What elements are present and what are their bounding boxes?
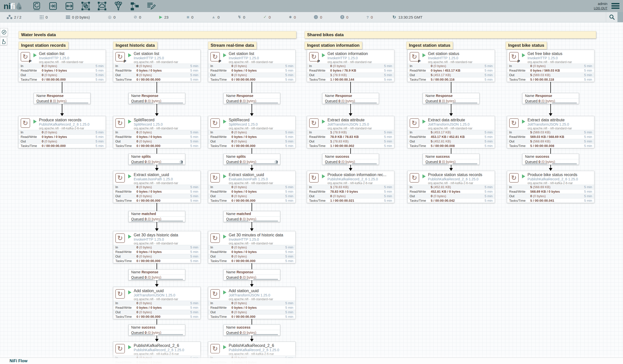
processor-node[interactable]: Extract data attribute JoltTransformJSON… [507,116,594,148]
processor-node[interactable]: Produce station information rec... Publi… [307,171,394,203]
processor-type: SplitRecord 1.25.0 [134,122,200,127]
processor-node[interactable]: Extract station_uuid EvaluateJsonPath 1.… [113,171,201,203]
connection-queued-row: Queued 0 (0 bytes) [224,275,280,280]
logout-link[interactable]: LOG OUT [594,6,607,10]
processor-titles: Produce station information rec... Publi… [327,171,394,185]
processor-icon [115,118,125,128]
remote-process-group-tool-icon[interactable] [97,1,107,11]
stat-label: Read/Write [115,190,136,193]
stat-label: Read/Write [509,190,530,193]
stat-window: 5 min [190,73,198,77]
processor-node[interactable]: Add station_uuid JoltTransformJSON 1.25.… [113,287,201,319]
flow-label[interactable]: Ingest historic data [113,42,157,49]
stat-label: Tasks/Time [309,144,330,148]
stat-label: In [115,130,136,134]
flow-canvas[interactable]: Water levels dataShared bikes dataIngest… [0,22,623,364]
status-value: 0 [218,15,220,19]
processor-node[interactable]: SplitRecord SplitRecord 1.25.0 org.apach… [113,116,201,148]
processor-node[interactable]: P Get station status InvokeHTTP 1.25.0 o… [407,50,495,82]
flow-label[interactable]: Ingest station information [305,42,362,49]
connection-label[interactable]: Name Response Queued 0 (0 bytes) [128,269,185,280]
connection-label[interactable]: Name success Queued 0 (0 bytes) [223,325,280,336]
flow-label[interactable]: Ingest station records [19,42,68,49]
connection-label[interactable]: Name matched Queued 0 (0 bytes) [128,211,185,222]
stat-value: 0 / 00:00:00.000 [231,315,285,319]
connection-label[interactable]: Name Response Queued 0 (0 bytes) [322,93,379,104]
stat-label: Read/Write [115,306,136,309]
connection-label[interactable]: Name success Queued 0 (0 bytes) [322,154,379,165]
flow-label[interactable]: Water levels data [19,31,296,38]
processor-node[interactable]: Extract station_uuid EvaluateJsonPath 1.… [208,171,296,203]
process-group-tool-icon[interactable] [81,1,91,11]
stat-row: Read/Write78.83 KB / 0 bytes5 min [307,189,394,194]
connection-label[interactable]: Name Response Queued 0 (0 bytes) [34,93,90,104]
queue-percent-bar [226,163,248,164]
processor-node[interactable]: P Get station list InvokeHTTP 1.25.0 org… [208,50,296,82]
processor-node[interactable]: Get 30 days historic data InvokeHTTP 1.2… [113,231,201,263]
processor-node[interactable]: Produce bike status records PublishKafka… [507,171,594,203]
stat-value: 5 (569.03 KB) [530,73,584,77]
template-tool-icon[interactable] [130,1,140,11]
connection-label[interactable]: Name Response Queued 0 (0 bytes) [128,93,185,104]
connection-label[interactable]: Name Response Queued 0 (0 bytes) [223,93,280,104]
connection-queued-row: Queued 0 (0 bytes) [129,159,185,165]
processor-name: PublishKafkaRecord_2_6 [134,343,200,348]
processor-node[interactable]: P Get station information InvokeHTTP 1.2… [307,50,394,82]
stat-value: 0 bytes / 0 bytes [136,190,190,193]
running-status-icon [128,235,131,239]
global-menu-icon[interactable] [611,2,619,10]
queue-percent-bar [525,102,547,103]
connection-label[interactable]: Name Response Queued 0 (0 bytes) [423,93,480,104]
connection-label[interactable]: Name splits Queued 0 (0 bytes) [223,154,280,165]
label-tool-icon[interactable] [146,1,156,11]
queue-size-bar [158,279,183,280]
flow-label[interactable]: Shared bikes data [305,31,596,38]
processor-tool-icon[interactable] [32,1,42,11]
connection-label[interactable]: Name success Queued 0 (0 bytes) [423,154,480,165]
nifi-logo: nifi [4,1,22,11]
processor-stats: In1 (78.83 KB)5 minRead/Write78.83 KB / … [307,185,394,203]
breadcrumb-root[interactable]: NiFi Flow [10,359,27,363]
processor-icon [210,289,220,299]
stat-row: Out0 (0 bytes)5 min [19,73,106,77]
search-button[interactable] [606,12,617,22]
output-port-tool-icon[interactable] [64,1,74,11]
navigate-palette-button[interactable] [0,28,8,36]
processor-node[interactable]: Add station_uuid JoltTransformJSON 1.25.… [208,287,296,319]
stat-label: Tasks/Time [210,315,231,319]
connection-arrowhead [449,168,453,171]
connection-label[interactable]: Name success Queued 0 (0 bytes) [522,154,579,165]
processor-node[interactable]: SplitRecord SplitRecord 1.25.0 org.apach… [208,116,296,148]
processor-node[interactable]: P Get free bike status InvokeHTTP 1.25.0… [507,50,594,82]
stat-row: Tasks/Time5 / 00:00:00.1185 min [507,77,594,82]
funnel-tool-icon[interactable] [113,1,123,11]
processor-icon: P [509,52,519,62]
connection-label[interactable]: Name Response Queued 0 (0 bytes) [223,269,280,280]
processor-node[interactable]: Extract data attribute JoltTransformJSON… [307,116,394,148]
refresh-icon[interactable] [393,15,396,19]
queue-percent-bar [36,102,59,103]
stat-value: 5 / 00:00:00.008 [431,144,485,148]
connection-label[interactable]: Name splits Queued 0 (0 bytes) [128,154,185,165]
stat-label: In [509,185,530,189]
processor-node[interactable]: Produce station records PublishKafkaReco… [18,116,106,148]
processor-name: Produce bike status records [528,172,594,177]
connection-label[interactable]: Name success Queued 0 (0 bytes) [128,325,185,336]
processor-node[interactable]: Extract data attribute JoltTransformJSON… [407,116,495,148]
connection-label[interactable]: Name matched Queued 0 (0 bytes) [223,211,280,222]
processor-node[interactable]: Get 30 minutes of historic data InvokeHT… [208,231,296,263]
connection-label[interactable]: Name Response Queued 0 (0 bytes) [522,93,579,104]
connection-arrowhead [250,168,254,171]
processor-node[interactable]: P Get station list InvokeHTTP 1.25.0 org… [113,50,201,82]
connection-queued-row: Queued 0 (0 bytes) [423,98,479,104]
connection-queued-row: Queued 0 (0 bytes) [224,217,280,222]
flow-label[interactable]: Ingest station status [406,42,453,49]
stat-row: Tasks/Time0 / 00:00:00.0005 min [208,77,295,82]
processor-icon [210,233,220,243]
processor-node[interactable]: Produce station status records PublishKa… [407,171,495,203]
processor-node[interactable]: P Get station list InvokeHTTP 1.25.0 org… [18,50,106,82]
flow-label[interactable]: Ingest bike status [506,42,547,49]
flow-label[interactable]: Stream real-time data [208,42,257,49]
operate-palette-button[interactable] [0,37,7,45]
input-port-tool-icon[interactable] [48,1,58,11]
